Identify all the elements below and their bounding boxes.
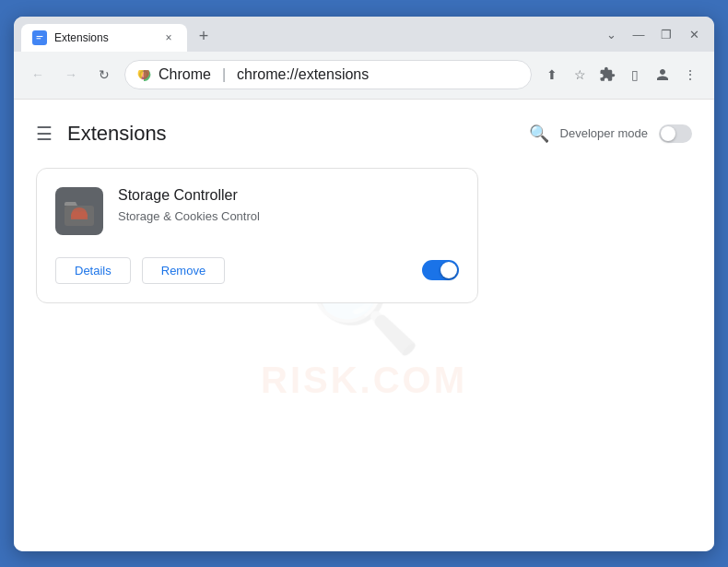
url-path: chrome://extensions <box>237 66 369 83</box>
tab-favicon <box>32 30 47 45</box>
sidebar-icon[interactable]: ▯ <box>622 62 648 88</box>
tab-area: ⌄ — ❐ ✕ Extensions × + <box>21 17 707 52</box>
chrome-logo-icon <box>136 67 151 82</box>
extension-card: Storage Controller Storage & Cookies Con… <box>36 168 478 303</box>
tab-title: Extensions <box>54 31 154 44</box>
toolbar-icons: ⬆ ☆ ▯ ⋮ <box>539 62 703 88</box>
action-buttons: Details Remove <box>55 257 225 284</box>
menu-icon[interactable]: ⋮ <box>677 62 703 88</box>
title-bar: ⌄ — ❐ ✕ Extensions × + <box>14 17 714 52</box>
svg-rect-0 <box>34 32 45 43</box>
chevron-icon[interactable]: ⌄ <box>598 22 624 48</box>
extensions-page: 🔍 RISK.COM ☰ Extensions 🔍 Developer mode <box>14 100 714 551</box>
new-tab-button[interactable]: + <box>191 24 217 50</box>
bookmark-icon[interactable]: ☆ <box>567 62 593 88</box>
page-header: ☰ Extensions 🔍 Developer mode <box>36 122 692 146</box>
extension-toggle-thumb <box>440 262 457 278</box>
extension-details: Storage Controller Storage & Cookies Con… <box>118 187 459 223</box>
address-bar: ← → ↻ Chrome | chrome://extensions ⬆ ☆ <box>14 52 714 100</box>
share-icon[interactable]: ⬆ <box>539 62 565 88</box>
active-tab[interactable]: Extensions × <box>21 24 187 52</box>
developer-mode-toggle[interactable] <box>659 124 692 143</box>
url-separator: | <box>222 66 226 83</box>
close-button[interactable]: ✕ <box>681 22 707 48</box>
svg-rect-7 <box>71 215 88 219</box>
url-bar[interactable]: Chrome | chrome://extensions <box>124 60 532 89</box>
extension-info: Storage Controller Storage & Cookies Con… <box>55 187 459 235</box>
extensions-icon[interactable] <box>594 62 620 88</box>
remove-button[interactable]: Remove <box>142 257 225 284</box>
tab-close-button[interactable]: × <box>161 30 176 45</box>
extension-description: Storage & Cookies Control <box>118 209 459 223</box>
forward-button[interactable]: → <box>58 62 84 88</box>
extension-name: Storage Controller <box>118 187 459 204</box>
window-controls: ⌄ — ❐ ✕ <box>598 22 707 48</box>
search-button[interactable]: 🔍 <box>529 124 549 144</box>
extension-actions: Details Remove <box>55 257 459 284</box>
page-header-left: ☰ Extensions <box>36 122 167 146</box>
reload-button[interactable]: ↻ <box>91 62 117 88</box>
page-content: 🔍 RISK.COM ☰ Extensions 🔍 Developer mode <box>14 100 714 551</box>
extension-enable-toggle[interactable] <box>422 260 459 280</box>
back-button[interactable]: ← <box>25 62 51 88</box>
sidebar-menu-icon[interactable]: ☰ <box>36 123 53 145</box>
url-site-name: Chrome <box>159 66 211 83</box>
browser-window: ⌄ — ❐ ✕ Extensions × + ← → ↻ <box>14 17 714 551</box>
profile-icon[interactable] <box>650 62 675 88</box>
minimize-button[interactable]: — <box>626 22 652 48</box>
details-button[interactable]: Details <box>55 257 131 284</box>
header-right: 🔍 Developer mode <box>529 124 692 144</box>
maximize-button[interactable]: ❐ <box>653 22 679 48</box>
toggle-thumb <box>661 126 675 141</box>
page-title: Extensions <box>67 122 167 146</box>
developer-mode-label: Developer mode <box>560 126 648 140</box>
extension-icon <box>55 187 103 235</box>
